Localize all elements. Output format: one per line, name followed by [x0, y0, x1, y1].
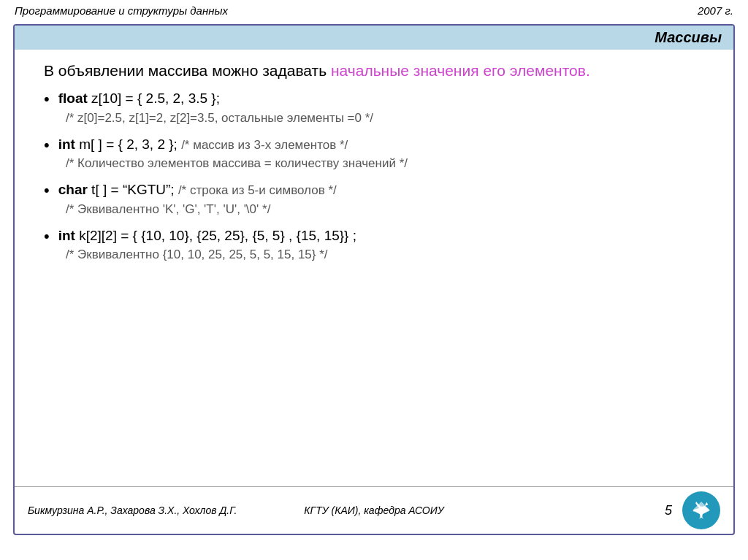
footer-org: КГТУ (КАИ), кафедра АСОИУ [259, 505, 489, 516]
airplane-icon [682, 491, 720, 529]
intro-text: В объявлении массива можно задавать нача… [44, 60, 704, 81]
page-header: Программирование и структуры данных 2007… [0, 0, 748, 21]
footer-authors: Бикмурзина А.Р., Захарова З.Х., Хохлов Д… [28, 505, 259, 516]
bullet-int-m: • int m[ ] = { 2, 3, 2 }; /* массив из 3… [44, 134, 704, 172]
kw-int-k: int [58, 228, 75, 243]
slide-content: В объявлении массива можно задавать нача… [15, 50, 733, 486]
kw-int-m: int [58, 137, 75, 152]
bullet-char: • char t[ ] = “KGTU”; /* строка из 5-и с… [44, 180, 704, 217]
kw-float: float [58, 91, 88, 106]
float-comment: /* z[0]=2.5, z[1]=2, z[2]=3.5, остальные… [44, 111, 704, 126]
page-number: 5 [665, 503, 672, 518]
int-m-comment1: /* массив из 3-х элементов */ [181, 138, 348, 152]
slide-container: Массивы В объявлении массива можно задав… [13, 24, 735, 535]
bullet-dot-1: • [44, 90, 50, 109]
char-comment1: /* строка из 5-и символов */ [178, 183, 337, 197]
intro-highlight: начальные значения его элементов. [331, 62, 590, 79]
int-k-line1: k[2][2] = { {10, 10}, {25, 25}, {5, 5} ,… [75, 228, 356, 243]
header-left: Программирование и структуры данных [15, 4, 228, 17]
bullet-char-content: char t[ ] = “KGTU”; /* строка из 5-и сим… [58, 180, 337, 201]
bullet-float-row: • float z[10] = { 2.5, 2, 3.5 }; [44, 88, 704, 110]
header-right: 2007 г. [698, 4, 733, 17]
bullet-char-row: • char t[ ] = “KGTU”; /* строка из 5-и с… [44, 180, 704, 201]
bullet-int-k-content: int k[2][2] = { {10, 10}, {25, 25}, {5, … [58, 226, 356, 247]
bullet-float-content: float z[10] = { 2.5, 2, 3.5 }; [58, 88, 220, 110]
kw-char: char [58, 182, 88, 197]
bullet-dot-2: • [44, 136, 50, 155]
int-m-line1: m[ ] = { 2, 3, 2 }; [75, 137, 181, 152]
int-m-comment2: /* Количество элементов массива = количе… [44, 156, 704, 171]
intro-normal: В объявлении массива можно задавать [44, 62, 331, 79]
slide-title: Массивы [15, 26, 733, 50]
page-wrapper: Программирование и структуры данных 2007… [0, 0, 748, 535]
bullet-int-m-content: int m[ ] = { 2, 3, 2 }; /* массив из 3-х… [58, 134, 348, 156]
bullet-dot-3: • [44, 181, 50, 200]
bullet-float: • float z[10] = { 2.5, 2, 3.5 }; /* z[0]… [44, 88, 704, 126]
char-line1: t[ ] = “KGTU”; [88, 182, 178, 197]
page-footer: Бикмурзина А.Р., Захарова З.Х., Хохлов Д… [15, 486, 733, 534]
char-comment2: /* Эквивалентно 'K', 'G', 'T', 'U', '\0'… [44, 202, 704, 217]
int-k-comment2: /* Эквивалентно {10, 10, 25, 25, 5, 5, 1… [44, 248, 704, 262]
float-line1: z[10] = { 2.5, 2, 3.5 }; [88, 91, 220, 106]
bullet-int-k-row: • int k[2][2] = { {10, 10}, {25, 25}, {5… [44, 226, 704, 247]
svg-marker-1 [699, 515, 703, 519]
footer-right: 5 [489, 491, 720, 529]
bullet-dot-4: • [44, 227, 50, 246]
bullet-int-k: • int k[2][2] = { {10, 10}, {25, 25}, {5… [44, 226, 704, 263]
bullet-int-m-row: • int m[ ] = { 2, 3, 2 }; /* массив из 3… [44, 134, 704, 156]
